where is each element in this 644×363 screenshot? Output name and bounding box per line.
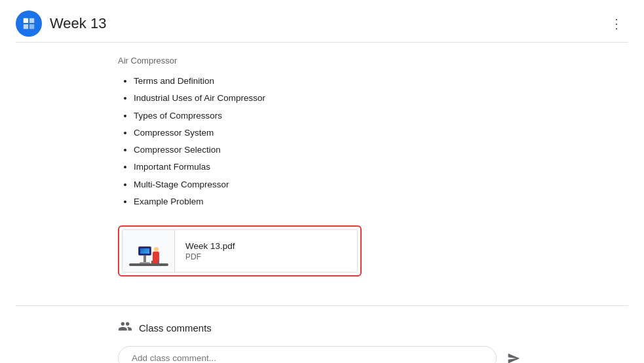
comment-input-row [118,346,524,363]
page-header: Week 13 ⋮ [0,0,644,42]
comments-icon [118,319,132,337]
comments-label: Class comments [139,322,212,334]
list-item: Example Problem [134,194,628,210]
svg-rect-3 [29,24,34,29]
list-item: Compressor Selection [134,142,628,158]
list-item: Multi-Stage Compressor [134,177,628,193]
main-content: Air Compressor Terms and Definition Indu… [0,43,644,305]
section-label: Air Compressor [118,56,628,66]
app-icon [16,10,42,37]
list-item: Compressor System [134,125,628,141]
more-options-button[interactable]: ⋮ [605,12,628,35]
pdf-filename: Week 13.pdf [185,241,347,251]
pdf-type-label: PDF [185,252,347,261]
svg-rect-1 [29,18,34,23]
page-title: Week 13 [50,15,106,32]
list-item: Types of Compressors [134,108,628,124]
pdf-card-wrapper: Week 13.pdf PDF [118,225,628,277]
svg-rect-2 [24,24,28,29]
comment-input[interactable] [118,346,497,363]
svg-rect-0 [24,18,28,23]
pdf-thumbnail [123,230,175,272]
pdf-card-highlight: Week 13.pdf PDF [118,225,362,277]
topic-list: Terms and Definition Industrial Uses of … [118,73,628,210]
pdf-info: Week 13.pdf PDF [175,236,357,267]
list-item: Terms and Definition [134,73,628,89]
comments-header: Class comments [118,319,628,337]
comments-section: Class comments [0,319,644,363]
pdf-card[interactable]: Week 13.pdf PDF [122,229,358,273]
send-comment-button[interactable] [503,348,524,363]
pdf-thumb-illustration [129,235,168,267]
content-divider [16,305,628,306]
header-left: Week 13 [16,10,106,37]
list-item: Important Formulas [134,159,628,175]
list-item: Industrial Uses of Air Compressor [134,90,628,106]
